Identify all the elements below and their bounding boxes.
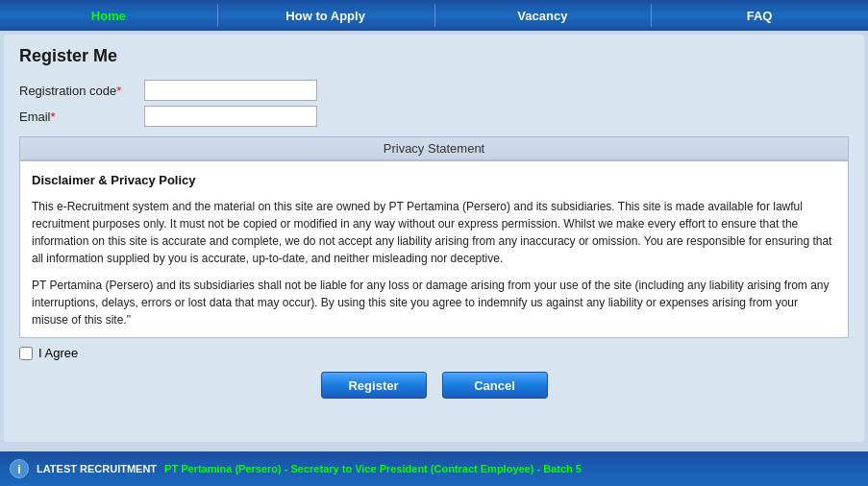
email-input[interactable] bbox=[144, 106, 317, 127]
required-star-2: * bbox=[51, 109, 56, 124]
page-title: Register Me bbox=[19, 46, 849, 66]
form-section: Registration code* Email* bbox=[19, 80, 849, 127]
registration-code-label: Registration code* bbox=[19, 84, 144, 98]
button-row: Register Cancel bbox=[19, 372, 849, 399]
nav-home[interactable]: Home bbox=[0, 0, 217, 31]
nav-faq-label: FAQ bbox=[747, 9, 773, 23]
i-agree-checkbox[interactable] bbox=[19, 347, 33, 360]
info-icon: i bbox=[10, 459, 29, 478]
main-content: Register Me Registration code* Email* Pr… bbox=[4, 35, 864, 442]
nav-vacancy[interactable]: Vacancy bbox=[434, 0, 652, 31]
email-row: Email* bbox=[19, 106, 849, 127]
required-star-1: * bbox=[116, 84, 121, 98]
email-label: Email* bbox=[19, 109, 144, 124]
nav-home-label: Home bbox=[91, 9, 126, 23]
nav-vacancy-label: Vacancy bbox=[517, 9, 567, 23]
i-agree-row: I Agree bbox=[19, 346, 849, 360]
nav-faq[interactable]: FAQ bbox=[651, 0, 868, 31]
footer-bar: i LATEST RECRUITMENT PT Pertamina (Perse… bbox=[0, 451, 868, 486]
i-agree-label[interactable]: I Agree bbox=[38, 346, 78, 360]
privacy-statement-header: Privacy Statement bbox=[19, 136, 849, 160]
disclaimer-box[interactable]: Disclaimer & Privacy Policy This e-Recru… bbox=[19, 160, 849, 338]
disclaimer-title: Disclaimer & Privacy Policy bbox=[32, 171, 836, 190]
disclaimer-paragraph-2: PT Pertamina (Persero) and its subsidiar… bbox=[32, 277, 836, 328]
register-button[interactable]: Register bbox=[321, 372, 427, 399]
disclaimer-paragraph-1: This e-Recruitment system and the materi… bbox=[32, 198, 836, 267]
registration-code-row: Registration code* bbox=[19, 80, 849, 101]
footer-label: LATEST RECRUITMENT bbox=[37, 463, 157, 474]
registration-code-input[interactable] bbox=[144, 80, 317, 101]
navbar: Home How to Apply Vacancy FAQ bbox=[0, 0, 868, 31]
nav-how-to-apply[interactable]: How to Apply bbox=[217, 0, 434, 31]
footer-link[interactable]: PT Pertamina (Persero) - Secretary to Vi… bbox=[164, 463, 582, 474]
nav-how-to-apply-label: How to Apply bbox=[285, 9, 365, 23]
cancel-button[interactable]: Cancel bbox=[442, 372, 548, 399]
privacy-policy-title: Privacy Policy bbox=[32, 338, 836, 339]
